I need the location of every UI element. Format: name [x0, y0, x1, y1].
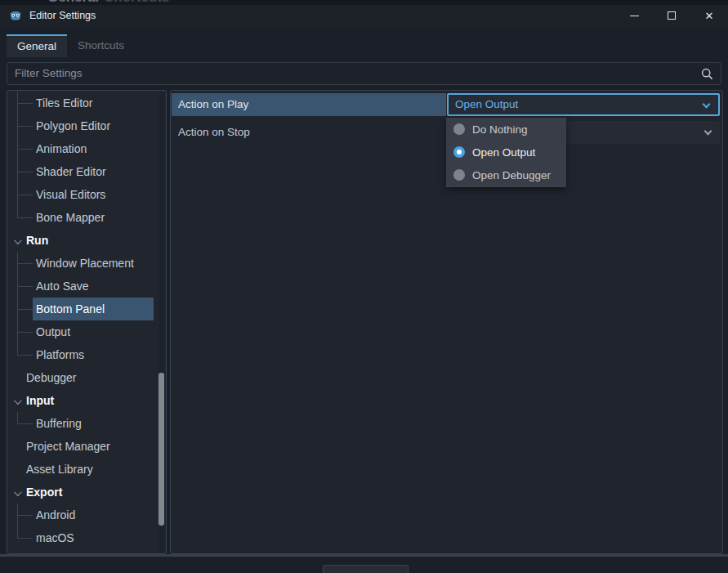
tree-group: Buffering [7, 412, 166, 435]
sidebar-item-macos[interactable]: macOS [7, 526, 166, 549]
sidebar-item-buffering[interactable]: Buffering [7, 412, 166, 435]
minimize-icon [630, 16, 639, 16]
popup-option-label: Do Nothing [472, 123, 528, 136]
sidebar-item-label: Asset Library [26, 463, 93, 476]
dropdown-value: Open Output [455, 95, 518, 114]
sidebar-item-label: Debugger [26, 371, 77, 384]
sidebar-item-bottom-panel[interactable]: Bottom Panel [7, 298, 166, 320]
godot-icon [9, 9, 22, 22]
filter-placeholder: Filter Settings [15, 63, 83, 84]
sidebar-item-label: Bottom Panel [36, 302, 105, 316]
sidebar-item-tiles-editor[interactable]: Tiles Editor [7, 92, 166, 114]
close-button[interactable]: ✕ [690, 5, 728, 26]
tree-scrollbar[interactable] [159, 92, 164, 552]
sidebar-item-animation[interactable]: Animation [7, 137, 166, 160]
sidebar-item-label: Polygon Editor [36, 119, 110, 132]
bottom-partial-button[interactable] [323, 565, 409, 573]
window-title: Editor Settings [29, 5, 96, 26]
sidebar-item-input[interactable]: Input [7, 389, 166, 412]
sidebar-item-debugger[interactable]: Debugger [7, 366, 166, 389]
close-icon: ✕ [705, 11, 714, 21]
sidebar-item-bone-mapper[interactable]: Bone Mapper [7, 206, 166, 229]
sidebar-item-platforms[interactable]: Platforms [7, 343, 166, 366]
property-label: Action on Stop [172, 121, 446, 144]
sidebar-item-auto-save[interactable]: Auto Save [7, 275, 166, 298]
sidebar-item-polygon-editor[interactable]: Polygon Editor [7, 114, 166, 137]
sidebar-item-label: Android [36, 508, 75, 522]
tree-group: AndroidmacOS [7, 504, 166, 549]
sidebar-item-asset-library[interactable]: Asset Library [7, 458, 166, 481]
property-value-cell: Open Output [447, 93, 720, 116]
sidebar-item-label: Export [26, 486, 62, 499]
sidebar-item-label: Tiles Editor [36, 96, 93, 110]
sidebar-item-label: Shader Editor [36, 165, 106, 178]
sidebar-item-label: Output [36, 325, 70, 338]
sidebar-item-output[interactable]: Output [7, 320, 166, 343]
search-icon [701, 68, 713, 80]
tree-connector [17, 149, 33, 150]
sidebar-item-label: Input [26, 394, 54, 407]
sidebar-item-label: Bone Mapper [36, 211, 105, 224]
sidebar-item-label: Window Placement [36, 257, 134, 270]
chevron-down-icon [703, 101, 711, 109]
tree-connector [17, 126, 33, 127]
tree-connector [17, 217, 33, 218]
tree-group: Tiles EditorPolygon EditorAnimationShade… [7, 92, 166, 229]
popup-option-label: Open Debugger [472, 169, 551, 181]
sidebar-item-label: macOS [36, 531, 74, 544]
dropdown-popup: Do NothingOpen OutputOpen Debugger [446, 118, 566, 187]
popup-option-open-output[interactable]: Open Output [446, 141, 566, 163]
sidebar-item-label: Platforms [36, 348, 84, 361]
chevron-down-icon[interactable] [14, 396, 22, 405]
sidebar-item-visual-editors[interactable]: Visual Editors [7, 183, 166, 206]
titlebar[interactable]: Editor Settings ✕ [0, 5, 728, 26]
popup-option-open-debugger[interactable]: Open Debugger [446, 163, 566, 186]
chevron-down-icon [704, 128, 712, 136]
popup-option-do-nothing[interactable]: Do Nothing [446, 118, 566, 141]
radio-selected-icon [453, 146, 465, 158]
tree-connector [17, 263, 33, 264]
sidebar-item-label: Buffering [36, 417, 82, 430]
sidebar-item-label: Animation [36, 142, 87, 155]
minimize-button[interactable] [615, 5, 653, 26]
chevron-down-icon[interactable] [14, 236, 22, 244]
property-row-action-on-play: Action on PlayOpen Output [172, 93, 720, 116]
tree-scrollbar-thumb[interactable] [159, 373, 164, 526]
maximize-icon [668, 11, 676, 20]
tab-shortcuts[interactable]: Shortcuts [67, 34, 135, 57]
sidebar-item-run[interactable]: Run [7, 229, 166, 252]
tree-group: Window PlacementAuto SaveBottom PanelOut… [7, 252, 166, 366]
tree-connector [17, 515, 33, 516]
tree-connector [17, 172, 33, 172]
tree-connector [17, 195, 33, 195]
tree-connector [17, 103, 33, 104]
property-dropdown-action-on-play[interactable]: Open Output [447, 93, 720, 116]
chevron-down-icon[interactable] [14, 488, 22, 496]
sidebar-item-label: Project Manager [26, 440, 110, 453]
popup-option-label: Open Output [472, 146, 535, 159]
sidebar-item-label: Visual Editors [36, 188, 105, 201]
tree-connector [17, 309, 33, 310]
settings-tree-panel: Tiles EditorPolygon EditorAnimationShade… [7, 90, 167, 554]
tree-connector [17, 423, 33, 424]
tree-connector [17, 332, 33, 333]
sidebar-item-shader-editor[interactable]: Shader Editor [7, 160, 166, 183]
tab-general[interactable]: General [7, 34, 67, 57]
tree-connector [17, 286, 33, 287]
sidebar-item-android[interactable]: Android [7, 504, 166, 526]
tree-connector [17, 538, 33, 539]
radio-icon [453, 123, 465, 135]
tab-bar: General Shortcuts [7, 34, 135, 57]
filter-settings-input[interactable]: Filter Settings [7, 62, 721, 85]
maximize-button[interactable] [653, 5, 690, 26]
sidebar-item-window-placement[interactable]: Window Placement [7, 252, 166, 275]
bottom-divider [0, 554, 728, 557]
sidebar-item-export[interactable]: Export [7, 481, 166, 504]
editor-settings-window: General Shortcuts Editor Settings ✕ Gene… [0, 0, 728, 573]
tree-connector [17, 355, 33, 356]
property-label: Action on Play [172, 93, 446, 116]
sidebar-item-label: Run [26, 234, 48, 247]
window-controls: ✕ [615, 5, 728, 26]
sidebar-item-project-manager[interactable]: Project Manager [7, 435, 166, 458]
sidebar-item-label: Auto Save [36, 280, 89, 293]
